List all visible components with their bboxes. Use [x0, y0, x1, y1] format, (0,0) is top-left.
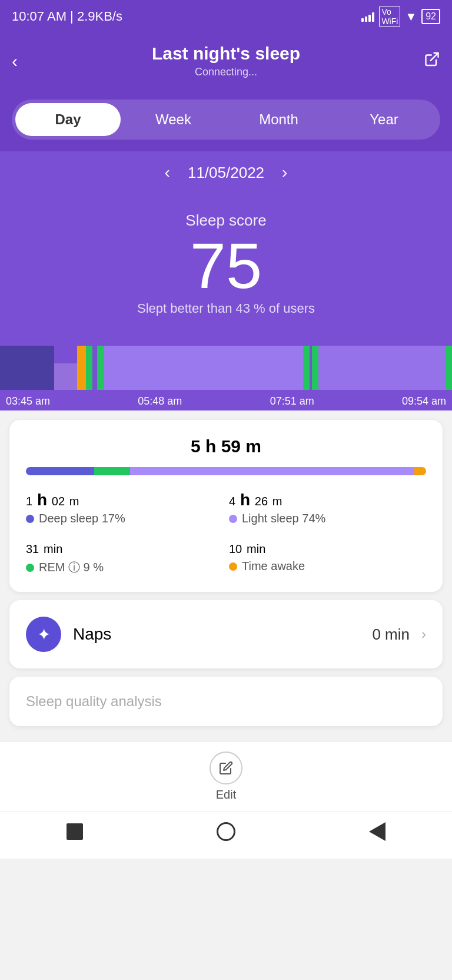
- bottom-edit-bar: Edit: [0, 741, 452, 811]
- naps-arrow-icon: ›: [421, 626, 426, 643]
- sleep-bar: [26, 467, 426, 475]
- back-button[interactable]: ‹: [12, 51, 18, 71]
- nav-home-button[interactable]: [217, 822, 235, 841]
- sleep-quality-card: Sleep quality analysis: [9, 677, 443, 726]
- vowifi-icon: VoWiFi: [379, 6, 400, 27]
- rem-sleep-label: REM ⓘ 9 %: [26, 559, 223, 575]
- chart-time-labels: 03:45 am 05:48 am 07:51 am 09:54 am: [0, 395, 452, 408]
- sleep-bar-rem: [94, 467, 130, 475]
- rem-sleep-dot: [26, 564, 34, 572]
- export-button[interactable]: [424, 51, 440, 71]
- sleep-duration-card: 5 h 59 m 1 h 02 m Deep sleep 17%: [9, 420, 443, 592]
- deep-sleep-stat: 1 h 02 m Deep sleep 17%: [26, 491, 223, 525]
- sleep-score-section: Sleep score 75 Slept better than 43 % of…: [0, 194, 452, 340]
- chart-bar-green-1: [86, 346, 93, 390]
- sleep-quality-label: Sleep quality analysis: [26, 693, 426, 710]
- edit-button[interactable]: [210, 751, 242, 784]
- header: ‹ Last night's sleep Connecting...: [0, 33, 452, 89]
- chart-segment-1: [0, 346, 54, 390]
- chart-segment-light: [104, 346, 303, 390]
- light-sleep-dot: [229, 515, 237, 523]
- light-sleep-time: 4 h 26 m: [229, 491, 426, 509]
- sleep-stats-grid: 1 h 02 m Deep sleep 17% 4 h 26 m Light s…: [26, 491, 426, 575]
- cards-section: 5 h 59 m 1 h 02 m Deep sleep 17%: [0, 410, 452, 736]
- tab-year[interactable]: Year: [331, 103, 437, 136]
- signal-icon: [361, 11, 374, 22]
- current-date: 11/05/2022: [188, 164, 264, 182]
- chart-time-2: 05:48 am: [138, 395, 182, 408]
- awake-time: 10 min: [229, 538, 426, 557]
- date-nav: ‹ 11/05/2022 ›: [0, 151, 452, 194]
- status-time: 10:07 AM | 2.9KB/s: [12, 9, 122, 24]
- sleep-duration-value: 5 h 59 m: [26, 436, 426, 456]
- tab-day[interactable]: Day: [15, 103, 121, 136]
- page-title: Last night's sleep: [35, 44, 417, 64]
- connection-status: Connecting...: [35, 66, 417, 78]
- nav-back-button[interactable]: [67, 823, 83, 840]
- sleep-score-subtitle: Slept better than 43 % of users: [12, 301, 440, 328]
- chart-time-1: 03:45 am: [6, 395, 50, 408]
- naps-card[interactable]: ✦ Naps 0 min ›: [9, 600, 443, 668]
- light-sleep-label: Light sleep 74%: [229, 512, 426, 525]
- svg-line-0: [431, 53, 438, 61]
- tab-month[interactable]: Month: [226, 103, 331, 136]
- tab-week[interactable]: Week: [121, 103, 226, 136]
- sleep-chart: 03:45 am 05:48 am 07:51 am 09:54 am: [0, 340, 452, 410]
- chart-segment-2: [54, 363, 77, 390]
- sleep-bar-deep: [26, 467, 94, 475]
- battery-icon: 92: [421, 9, 440, 24]
- chart-bar-green-5: [445, 346, 452, 390]
- status-bar: 10:07 AM | 2.9KB/s VoWiFi ▼ 92: [0, 0, 452, 33]
- date-next-button[interactable]: ›: [282, 163, 287, 182]
- chart-bars: [0, 346, 452, 390]
- light-sleep-stat: 4 h 26 m Light sleep 74%: [229, 491, 426, 525]
- awake-dot: [229, 562, 237, 571]
- sleep-bar-awake: [414, 467, 426, 475]
- date-prev-button[interactable]: ‹: [165, 163, 170, 182]
- nav-recents-button[interactable]: [369, 822, 385, 841]
- chart-segment-end: [318, 346, 445, 390]
- deep-sleep-time: 1 h 02 m: [26, 491, 223, 509]
- naps-icon: ✦: [26, 617, 61, 652]
- rem-sleep-stat: 31 min REM ⓘ 9 %: [26, 538, 223, 575]
- wifi-icon: ▼: [405, 10, 417, 24]
- chart-time-3: 07:51 am: [270, 395, 314, 408]
- naps-label: Naps: [73, 625, 360, 644]
- awake-label: Time awake: [229, 559, 426, 573]
- chart-time-4: 09:54 am: [402, 395, 446, 408]
- deep-sleep-label: Deep sleep 17%: [26, 512, 223, 525]
- awake-stat: 10 min Time awake: [229, 538, 426, 575]
- naps-value: 0 min: [372, 625, 410, 644]
- chart-bar-orange: [77, 346, 86, 390]
- tab-container: Day Week Month Year: [12, 100, 440, 140]
- deep-sleep-dot: [26, 515, 34, 523]
- system-nav-bar: [0, 811, 452, 859]
- sleep-score-value: 75: [12, 230, 440, 301]
- edit-label: Edit: [216, 788, 236, 802]
- chart-bar-green-2: [97, 346, 104, 390]
- status-icons: VoWiFi ▼ 92: [361, 6, 440, 27]
- rem-sleep-time: 31 min: [26, 538, 223, 557]
- chart-bar-green-4: [312, 346, 319, 390]
- sleep-score-label: Sleep score: [12, 211, 440, 230]
- tab-bar: Day Week Month Year: [0, 89, 452, 151]
- chart-bar-green-3: [303, 346, 310, 390]
- sleep-bar-light: [130, 467, 414, 475]
